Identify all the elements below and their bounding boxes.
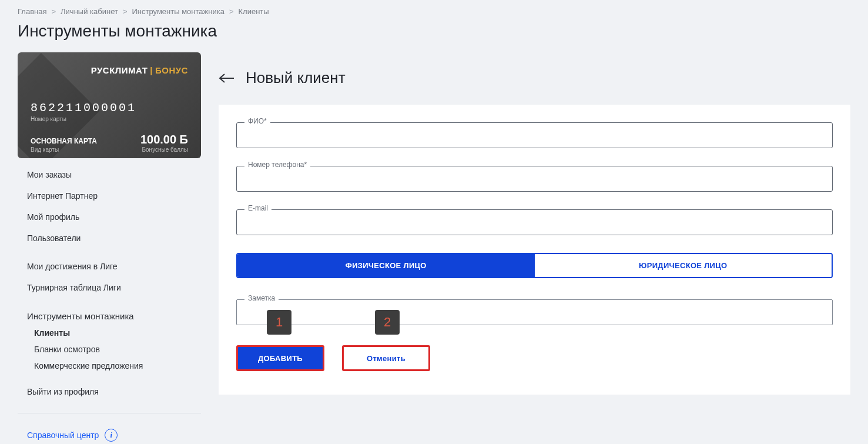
main-title: Новый клиент	[246, 69, 346, 87]
label-email: E-mail	[244, 204, 272, 212]
page-title: Инструменты монтажника	[18, 22, 850, 41]
card-type: ОСНОВНАЯ КАРТА	[31, 137, 97, 145]
card-number-label: Номер карты	[31, 116, 188, 122]
input-fio[interactable]	[236, 122, 833, 148]
card-brand-main: РУСКЛИМАТ	[91, 65, 148, 75]
field-note: Заметка	[236, 299, 833, 325]
bonus-card: РУСКЛИМАТ|БОНУС 862211000001 Номер карты…	[18, 52, 201, 158]
breadcrumb-item-account[interactable]: Личный кабинет	[61, 7, 118, 16]
nav-item-users[interactable]: Пользователи	[18, 228, 201, 249]
form-actions: 1 2 ДОБАВИТЬ Отменить	[236, 345, 833, 371]
breadcrumb-item-clients[interactable]: Клиенты	[238, 7, 269, 16]
entity-type-tabs: ФИЗИЧЕСКОЕ ЛИЦО ЮРИДИЧЕСКОЕ ЛИЦО	[236, 253, 833, 278]
nav-item-league[interactable]: Турнирная таблица Лиги	[18, 277, 201, 298]
nav-sub-offers[interactable]: Коммерческие предложения	[18, 358, 201, 374]
nav-group-tools[interactable]: Инструменты монтажника	[18, 305, 201, 325]
tab-individual[interactable]: ФИЗИЧЕСКОЕ ЛИЦО	[237, 254, 535, 277]
info-icon: i	[105, 429, 118, 442]
input-email[interactable]	[236, 209, 833, 235]
label-phone: Номер телефона*	[244, 161, 310, 169]
add-button[interactable]: ДОБАВИТЬ	[236, 345, 324, 371]
nav-item-orders[interactable]: Мои заказы	[18, 164, 201, 185]
nav-item-partner[interactable]: Интернет Партнер	[18, 185, 201, 206]
help-link-label: Справочный центр	[27, 430, 99, 440]
chevron-right-icon: >	[229, 7, 234, 16]
nav-sub-inspections[interactable]: Бланки осмотров	[18, 341, 201, 358]
card-type-label: Вид карты	[31, 146, 97, 153]
callout-1: 1	[267, 310, 291, 335]
pipe-separator: |	[150, 65, 153, 75]
field-fio: ФИО*	[236, 122, 833, 148]
tab-legal[interactable]: ЮРИДИЧЕСКОЕ ЛИЦО	[535, 254, 832, 277]
input-phone[interactable]	[236, 166, 833, 192]
breadcrumb-item-home[interactable]: Главная	[18, 7, 46, 16]
card-points: 100.00 Б	[140, 133, 188, 146]
divider	[18, 413, 201, 413]
input-note[interactable]	[236, 299, 833, 325]
nav-sub-clients[interactable]: Клиенты	[18, 325, 201, 341]
help-link[interactable]: Справочный центр i	[18, 424, 201, 444]
cancel-button[interactable]: Отменить	[342, 345, 430, 371]
main-content: Новый клиент ФИО* Номер телефона* E-mail…	[219, 52, 850, 395]
sidebar: РУСКЛИМАТ|БОНУС 862211000001 Номер карты…	[18, 52, 201, 444]
breadcrumb: Главная > Личный кабинет > Инструменты м…	[18, 7, 850, 16]
back-arrow-icon[interactable]	[219, 73, 235, 84]
field-phone: Номер телефона*	[236, 166, 833, 192]
form-panel: ФИО* Номер телефона* E-mail ФИЗИЧЕСКОЕ Л…	[219, 105, 850, 395]
card-brand-suffix: БОНУС	[155, 65, 188, 75]
label-fio: ФИО*	[244, 117, 270, 125]
nav-item-logout[interactable]: Выйти из профиля	[18, 381, 201, 402]
field-email: E-mail	[236, 209, 833, 235]
callout-2: 2	[375, 310, 400, 335]
chevron-right-icon: >	[123, 7, 128, 16]
sidebar-nav: Мои заказы Интернет Партнер Мой профиль …	[18, 164, 201, 444]
label-note: Заметка	[244, 294, 279, 302]
nav-item-profile[interactable]: Мой профиль	[18, 206, 201, 228]
card-points-label: Бонусные баллы	[140, 146, 188, 153]
nav-item-achievements[interactable]: Мои достижения в Лиге	[18, 256, 201, 277]
card-number: 862211000001	[31, 101, 188, 115]
breadcrumb-item-tools[interactable]: Инструменты монтажника	[132, 7, 224, 16]
chevron-right-icon: >	[51, 7, 56, 16]
